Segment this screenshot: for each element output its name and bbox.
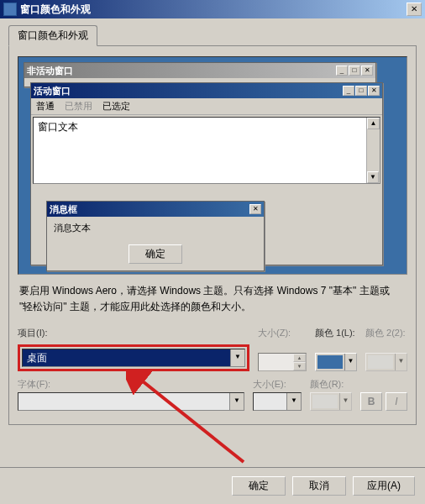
- maximize-icon: □: [349, 66, 360, 76]
- color1-swatch: [317, 355, 343, 369]
- font-combo: ▼: [18, 392, 244, 411]
- close-icon: ✕: [361, 66, 373, 76]
- chevron-down-icon[interactable]: ▼: [344, 354, 356, 370]
- apply-button[interactable]: 应用(A): [353, 476, 415, 496]
- chevron-down-icon: ▼: [395, 354, 407, 370]
- highlight-box: 桌面 ▼: [18, 344, 249, 371]
- font-size-combo: ▼: [253, 392, 302, 411]
- color1-button[interactable]: ▼: [315, 353, 357, 371]
- preview-area: 非活动窗口 _ □ ✕ 活动窗口 _ □ ✕: [18, 56, 407, 275]
- color2-label: 颜色 2(2):: [365, 327, 407, 339]
- scroll-up-icon: ▲: [367, 118, 380, 129]
- app-icon: [3, 3, 17, 16]
- close-icon: ✕: [249, 204, 261, 214]
- preview-menubar: 普通 已禁用 已选定: [31, 98, 382, 115]
- color2-swatch: [368, 355, 393, 369]
- msgbox-text: 消息文本: [47, 217, 264, 241]
- ok-button[interactable]: 确定: [232, 476, 286, 496]
- chevron-down-icon: ▼: [339, 393, 351, 410]
- font-color-button: ▼: [310, 392, 352, 411]
- menu-selected: 已选定: [102, 100, 130, 113]
- close-button[interactable]: ✕: [407, 3, 422, 16]
- cancel-button[interactable]: 取消: [292, 476, 346, 496]
- italic-button: I: [386, 392, 407, 411]
- tab-strip: 窗口颜色和外观: [8, 25, 417, 46]
- chevron-down-icon: ▼: [229, 393, 244, 410]
- minimize-icon: _: [336, 66, 348, 76]
- item-combo[interactable]: 桌面 ▼: [22, 349, 245, 367]
- msgbox-ok-button: 确定: [129, 244, 182, 264]
- titlebar: 窗口颜色和外观 ✕: [0, 0, 425, 18]
- tab-appearance[interactable]: 窗口颜色和外观: [8, 25, 97, 46]
- chevron-down-icon: ▼: [286, 393, 301, 410]
- preview-window-body: 窗口文本 ▲ ▼: [33, 117, 380, 184]
- tab-panel: 非活动窗口 _ □ ✕ 活动窗口 _ □ ✕: [8, 46, 417, 425]
- spin-down-icon[interactable]: ▼: [293, 362, 306, 370]
- spin-up-icon[interactable]: ▲: [293, 354, 306, 362]
- active-window-title: 活动窗口: [34, 85, 343, 97]
- size-e-label: 大小(E):: [253, 378, 302, 391]
- color-r-label: 颜色(R):: [310, 378, 352, 391]
- window-title: 窗口颜色和外观: [20, 3, 407, 17]
- maximize-icon: □: [355, 86, 367, 96]
- msgbox-title: 消息框: [50, 203, 249, 216]
- bold-button: B: [360, 392, 382, 411]
- color1-label: 颜色 1(L):: [315, 327, 357, 339]
- size-z-spinner[interactable]: ▲▼: [258, 353, 307, 371]
- window-text: 窗口文本: [38, 121, 78, 133]
- preview-scrollbar: ▲ ▼: [366, 118, 380, 183]
- minimize-icon: _: [343, 86, 354, 96]
- chevron-down-icon[interactable]: ▼: [230, 349, 244, 366]
- menu-normal: 普通: [36, 100, 55, 113]
- item-combo-value: 桌面: [23, 349, 230, 366]
- dialog-buttons: 确定 取消 应用(A): [0, 467, 425, 504]
- size-z-label: 大小(Z):: [258, 327, 307, 339]
- color2-button: ▼: [365, 353, 407, 371]
- menu-disabled: 已禁用: [65, 100, 92, 113]
- close-icon: ✕: [368, 86, 380, 96]
- item-label: 项目(I):: [18, 327, 249, 339]
- scroll-down-icon: ▼: [367, 171, 379, 183]
- inactive-window-title: 非活动窗口: [27, 65, 336, 77]
- preview-active-window: 活动窗口 _ □ ✕ 普通 已禁用 已选定 窗口文本 ▲ ▼: [30, 82, 383, 265]
- preview-message-box: 消息框 ✕ 消息文本 确定: [46, 201, 265, 271]
- description-text: 要启用 Windows Aero，请选择 Windows 主题。只有选择 Win…: [19, 283, 406, 315]
- font-label: 字体(F):: [18, 378, 244, 391]
